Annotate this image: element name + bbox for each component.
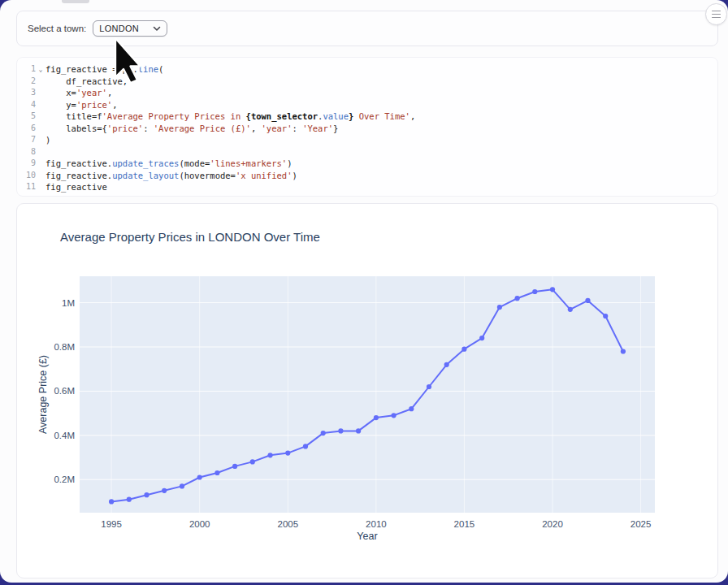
data-point-marker[interactable] (462, 347, 466, 352)
y-tick-label: 1M (62, 298, 75, 308)
fold-spacer (36, 146, 46, 158)
plot-area[interactable] (80, 276, 655, 513)
line-number: 10 (23, 170, 36, 182)
plotly-line-chart[interactable]: 19952000200520102015202020250.2M0.4M0.6M… (17, 204, 717, 577)
data-point-marker[interactable] (427, 384, 431, 389)
fold-arrow-icon[interactable]: ⌄ (36, 63, 46, 76)
code-line: 9fig_reactive.update_traces(mode='lines+… (23, 158, 717, 170)
x-tick-label: 2010 (366, 519, 387, 529)
line-number: 9 (23, 158, 36, 170)
fold-spacer (36, 99, 46, 111)
town-select-dropdown[interactable]: LONDON (93, 20, 167, 37)
line-number: 6 (23, 123, 36, 135)
data-point-marker[interactable] (585, 298, 590, 303)
fold-spacer (36, 158, 46, 170)
fold-spacer (36, 134, 46, 146)
x-tick-label: 2015 (454, 519, 475, 529)
data-point-marker[interactable] (603, 314, 608, 318)
fold-spacer (36, 76, 46, 88)
code-text: labels={'price': 'Average Price (£)', 'y… (46, 123, 338, 135)
x-tick-label: 1995 (101, 519, 122, 529)
line-number: 5 (23, 110, 36, 123)
line-number: 2 (23, 76, 36, 88)
town-select-value: LONDON (99, 24, 139, 33)
data-point-marker[interactable] (515, 296, 520, 301)
fold-spacer (36, 123, 46, 135)
line-number: 4 (23, 99, 36, 111)
data-point-marker[interactable] (568, 307, 573, 312)
code-text: y='price', (46, 99, 118, 111)
town-select-label: Select a town: (28, 24, 86, 33)
code-line: 3 x='year', (23, 87, 717, 99)
data-point-marker[interactable] (374, 415, 379, 420)
x-axis-title: Year (357, 531, 377, 542)
code-text: ) (46, 134, 50, 146)
data-point-marker[interactable] (127, 497, 132, 502)
code-line: 11fig_reactive (23, 181, 717, 193)
y-tick-label: 0.8M (54, 342, 75, 352)
fold-spacer (36, 181, 46, 193)
code-text: fig_reactive.update_layout(hovermode='x … (46, 170, 297, 182)
fold-spacer (36, 87, 46, 99)
line-number: 8 (23, 146, 36, 158)
data-point-marker[interactable] (303, 444, 308, 448)
chevron-down-icon (153, 26, 161, 32)
data-point-marker[interactable] (162, 488, 167, 493)
data-point-marker[interactable] (321, 431, 326, 436)
code-text: fig_reactive (46, 181, 107, 193)
y-axis-title: Average Price (£) (37, 355, 49, 434)
data-point-marker[interactable] (409, 406, 414, 411)
data-point-marker[interactable] (479, 336, 484, 340)
fold-spacer (36, 170, 46, 182)
notebook-menu-button[interactable] (705, 3, 727, 25)
y-tick-label: 0.6M (54, 386, 75, 396)
x-tick-label: 2000 (189, 519, 210, 529)
chart-output-cell: 19952000200520102015202020250.2M0.4M0.6M… (16, 203, 718, 578)
data-point-marker[interactable] (180, 483, 184, 488)
data-point-marker[interactable] (392, 413, 396, 418)
data-point-marker[interactable] (197, 474, 202, 479)
data-point-marker[interactable] (285, 451, 290, 456)
line-number: 7 (23, 134, 36, 146)
code-text: x='year', (46, 87, 112, 99)
data-point-marker[interactable] (214, 470, 219, 475)
data-point-marker[interactable] (444, 362, 449, 367)
data-point-marker[interactable] (144, 492, 149, 497)
data-point-marker[interactable] (268, 453, 273, 457)
data-point-marker[interactable] (356, 428, 361, 433)
x-tick-label: 2025 (630, 519, 652, 529)
code-line: 6 labels={'price': 'Average Price (£)', … (23, 123, 717, 135)
data-point-marker[interactable] (621, 349, 626, 353)
code-text: fig_reactive.update_traces(mode='lines+m… (46, 158, 292, 170)
line-number: 3 (23, 87, 36, 99)
x-tick-label: 2005 (278, 519, 299, 529)
data-point-marker[interactable] (232, 464, 237, 469)
y-tick-label: 0.2M (54, 474, 75, 484)
scrolled-cell-edge (62, 0, 89, 3)
x-tick-label: 2020 (542, 519, 563, 529)
code-text: fig_reactive = px.line( (46, 63, 163, 76)
code-editor[interactable]: 1⌄fig_reactive = px.line(2 df_reactive,3… (16, 57, 718, 197)
data-point-marker[interactable] (497, 305, 502, 310)
code-text: title=f'Average Property Prices in {town… (46, 110, 415, 123)
data-point-marker[interactable] (550, 287, 555, 292)
town-selector-cell: Select a town: LONDON (16, 11, 718, 46)
chart-title: Average Property Prices in LONDON Over T… (60, 230, 320, 244)
code-line: 4 y='price', (23, 99, 717, 111)
y-tick-label: 0.4M (54, 431, 75, 440)
line-number: 11 (23, 181, 36, 193)
code-line: 8 (23, 146, 717, 158)
data-point-marker[interactable] (109, 499, 114, 504)
data-point-marker[interactable] (532, 289, 537, 294)
data-point-marker[interactable] (338, 428, 343, 433)
code-line: 5 title=f'Average Property Prices in {to… (23, 110, 717, 123)
data-point-marker[interactable] (250, 459, 255, 464)
code-line: 1⌄fig_reactive = px.line( (23, 63, 717, 76)
code-line: 10fig_reactive.update_layout(hovermode='… (23, 170, 717, 182)
code-line: 7) (23, 134, 717, 146)
fold-spacer (36, 110, 46, 123)
notebook-page: Select a town: LONDON 1⌄fig_reactive = p… (0, 0, 728, 583)
code-text: df_reactive, (46, 76, 128, 88)
code-line: 2 df_reactive, (23, 76, 717, 88)
line-number: 1 (23, 63, 36, 76)
